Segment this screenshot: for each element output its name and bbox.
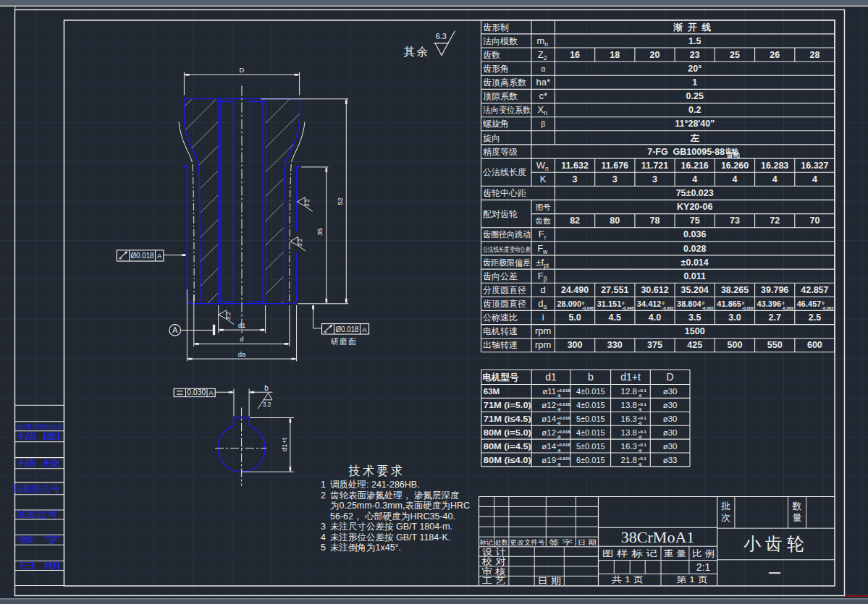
gear-table-cell-23-1: 330 — [607, 340, 623, 350]
motor-row-4-D: ø30 — [663, 442, 678, 451]
gear-table-cell-23-6: 600 — [807, 340, 822, 350]
dim-d1t-label: d1+t — [280, 438, 288, 451]
gear-table-span-13: KY20-06 — [677, 202, 712, 212]
gear-table-cell-20-5-value: 43.396 — [757, 299, 782, 308]
motor-row-2-b: 5±0.015 — [576, 414, 605, 423]
rough-rest-label: 其余 — [404, 46, 430, 58]
motor-row-5-d1-value: ø19 — [542, 456, 556, 464]
gear-table-label-6: 法向变位系数 — [483, 105, 531, 115]
gear-table-cell-21-6: 2.5 — [809, 312, 821, 323]
gear-table-cell-10-4: 16.260 — [721, 161, 749, 171]
motor-row-0-d1t-value: 12.8 — [621, 387, 637, 396]
motor-row-4-d1t-lower: -0 — [638, 448, 642, 453]
motor-row-4-d1t-value: 16.3 — [621, 442, 637, 451]
title-block-header-sign: 签 字 — [549, 538, 573, 546]
gear-table-cell-19-0: 24.490 — [561, 285, 589, 295]
gear-table-cell-23-3: 425 — [687, 340, 702, 350]
gear-table-cell-11-2: 3 — [652, 174, 657, 184]
gear-table-cell-21-2: 4.0 — [649, 312, 661, 323]
rough-32-keyway-value: 3.2 — [263, 401, 271, 408]
gear-table-cell-14-0: 82 — [570, 216, 580, 226]
dim-52-arrow-top — [345, 100, 347, 104]
gear-table-label-8: 旋向 — [483, 133, 500, 143]
gear-table-cell-20-4-lower: -0.062 — [742, 306, 754, 310]
gear-table-span-12: 75±0.023 — [676, 188, 714, 198]
gear-table-cell-20-3-value: 38.804 — [677, 299, 702, 308]
motor-row-3-d1-value: ø12 — [542, 428, 556, 437]
motor-row-4-d1-lower: -0 — [557, 448, 561, 453]
dim-b-arrow-left — [229, 391, 233, 394]
gear-table-cell-20-1-upper: 0 — [622, 301, 624, 305]
title-block-total-pages: 共 1 页 — [611, 575, 644, 584]
title-block-batch-char2: 次 — [721, 512, 730, 523]
title-block-header-count: 处数 — [495, 538, 508, 546]
title-block-header-docno: 更改文件号 — [510, 538, 546, 546]
left-strip-borrow-record: 借(通)用件记录 — [17, 423, 64, 430]
title-block-row-check: 校 对 — [481, 556, 505, 566]
gear-table-cell-2-1: 18 — [610, 50, 620, 60]
datum-label: A — [172, 326, 177, 334]
gear-table-cell-20-2-upper: 0 — [662, 301, 665, 305]
app-top-bar[interactable] — [0, 0, 868, 5]
gear-table-label-9: 精度等级 — [483, 147, 518, 157]
gear-table-cell-20-0-lower: -0.048 — [582, 306, 594, 310]
motor-row-3-d1-lower: -0 — [557, 435, 561, 439]
gear-table-cell-20-1-value: 31.151 — [597, 299, 622, 308]
motor-row-1-D: ø30 — [663, 401, 678, 409]
gear-table-symbol-19: d — [541, 284, 546, 295]
gear-table-cell-20-2-value: 34.412 — [637, 299, 662, 308]
title-block-drawing-number: — — [769, 566, 780, 579]
gear-table-cell-11-5: 4 — [772, 174, 778, 184]
runout-left-value: Ø0.018 — [131, 252, 154, 260]
gear-table-cell-20-6-value: 46.457 — [797, 299, 822, 308]
title-block-material: 38CrMoA1 — [621, 528, 694, 546]
gear-table-span-16: 0.028 — [683, 244, 706, 254]
gear-table-label-16: 公法线长度变动公差 — [483, 245, 531, 253]
dim-b-label: b — [264, 384, 269, 392]
gear-table-symbol-5: c* — [539, 90, 547, 101]
title-block-weight-label: 重 量 — [664, 548, 686, 558]
gear-table-cell-19-5: 39.796 — [761, 285, 788, 295]
motor-row-1-d1-value: ø12 — [542, 401, 556, 409]
motor-row-1-d1-lower: -0 — [557, 407, 561, 412]
gear-table-label-15: 齿圈径向跳动 — [483, 229, 531, 239]
gear-table-cell-20-2-lower: -0.062 — [662, 306, 674, 310]
motor-row-0-model: 63M — [484, 387, 500, 396]
motor-row-4-b: 5±0.015 — [576, 442, 605, 451]
motor-row-2-d1t-upper: +0.1 — [638, 416, 647, 420]
dim-d1t-arrow-top — [290, 419, 292, 423]
gear-table-cell-19-1: 27.551 — [601, 285, 628, 295]
gear-table-label-12: 齿轮中心距 — [483, 188, 526, 198]
left-strip-trace-check: 描 校 — [18, 458, 62, 468]
title-block-page-no: 第 1 页 — [676, 575, 708, 584]
gear-table-label-3: 齿形角 — [483, 64, 509, 74]
gear-table-cell-10-2: 11.721 — [641, 161, 669, 171]
gear-table-symbol-21: i — [542, 312, 544, 323]
gear-table-cell-11-0: 3 — [573, 174, 578, 184]
motor-row-5-d1t-upper: +0.1 — [638, 456, 647, 461]
title-block-scale-value: 2:1 — [696, 561, 711, 573]
gear-table-cell-10-1: 11.676 — [602, 161, 629, 171]
gear-table-cell-20-6-lower: -0.062 — [822, 306, 833, 310]
dim-d1-arrow-right — [260, 329, 264, 331]
dim-35-arrow-bottom — [326, 299, 328, 303]
motor-row-3-d1t-upper: +0.1 — [638, 430, 647, 434]
dim-52-arrow-bottom — [345, 299, 347, 303]
left-strip-old-master-no: 旧底图总号 — [14, 484, 60, 494]
tech-req-line-2: 为0.25mm-0.3mm,表面硬度为HRC — [330, 501, 470, 511]
gear-table-cell-14-4: 73 — [730, 216, 740, 226]
gear-table-cell-20-5-upper: 0 — [782, 301, 784, 305]
motor-row-1-b: 4±0.015 — [576, 401, 605, 409]
gear-table-cell-11-4: 4 — [733, 174, 738, 184]
gear-table-label-17: 齿距极限偏差 — [483, 258, 531, 268]
gear-table-cell-2-0: 16 — [570, 50, 580, 60]
motor-row-3-model: 80M (i=5.0) — [484, 428, 531, 437]
gear-table-cell-23-4: 500 — [728, 340, 743, 350]
gear-table-cell-20-6-upper: 0 — [822, 301, 824, 305]
motor-row-0-D: ø30 — [663, 387, 678, 396]
app-bottom-bar[interactable] — [0, 600, 868, 604]
gear-table-cell-20-4-value: 41.865 — [717, 299, 741, 308]
title-block-qty-char2: 量 — [793, 512, 802, 523]
title-block-row-audit: 审 核 — [482, 566, 506, 577]
left-strip-master-no: 底图总号 — [16, 509, 58, 519]
